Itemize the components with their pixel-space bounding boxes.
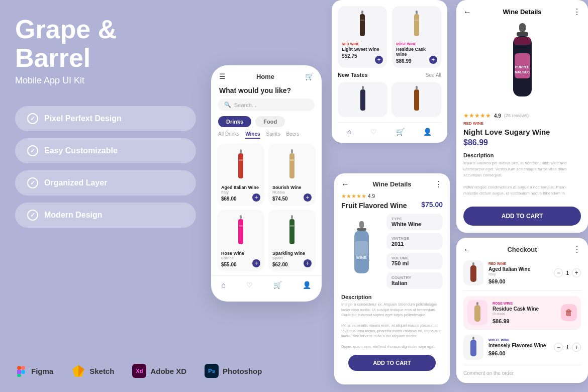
- qty-plus-button[interactable]: +: [572, 343, 581, 352]
- main-title: Grape & Barrel: [15, 15, 196, 72]
- nav-home-icon[interactable]: ⌂: [347, 128, 351, 136]
- qty-minus-button[interactable]: −: [554, 343, 563, 352]
- wine-list-section: RED WINE Light Sweet Wine $52.75 + ROSE …: [332, 0, 447, 147]
- product-card[interactable]: Sourish Wine Russia $74.50 +: [268, 144, 316, 206]
- photoshop-icon: Ps: [205, 364, 219, 378]
- spec-type: TYPE White Wine: [386, 214, 443, 230]
- nav-favorites-icon[interactable]: ♡: [246, 281, 253, 289]
- svg-rect-9: [238, 153, 243, 178]
- rating-value: 4.9: [368, 193, 375, 199]
- more-button[interactable]: ⋮: [573, 245, 581, 254]
- checkout-item-2: ROSE WINE Residue Cask Wine Russia $86.9…: [463, 296, 581, 330]
- svg-rect-44: [476, 302, 478, 305]
- wine-bottle-image: PURPLE MALBEC: [463, 22, 581, 107]
- product-name: Sourish Wine: [272, 185, 312, 190]
- nav-fav-icon[interactable]: ♡: [370, 128, 377, 136]
- svg-rect-25: [415, 20, 419, 21]
- feature-pixel: ✓ Pixel Perfext Design: [15, 106, 196, 131]
- wine-thumb-1[interactable]: [338, 82, 387, 117]
- wine-top-row: RED WINE Light Sweet Wine $52.75 + ROSE …: [338, 6, 441, 68]
- sub-tab-wines[interactable]: Wines: [245, 131, 260, 139]
- spec-type-value: White Wine: [391, 221, 438, 227]
- spec-vintage-label: VINTAGE: [391, 236, 438, 241]
- wine-bottle-detail: WINE: [341, 214, 381, 289]
- rating-count: (25 reviews): [504, 113, 529, 118]
- svg-rect-46: [472, 337, 474, 340]
- tool-adobexd: Xd Adobe XD: [132, 364, 186, 378]
- delete-button[interactable]: 🗑: [561, 304, 577, 321]
- search-bar[interactable]: 🔍 Search...: [218, 99, 315, 111]
- phone-nav: ⌂ ♡ 🛒 👤: [211, 275, 322, 293]
- svg-rect-11: [291, 149, 293, 153]
- nav-cart-icon[interactable]: 🛒: [273, 281, 282, 289]
- svg-rect-30: [359, 221, 364, 228]
- add-to-cart-button[interactable]: ADD TO CART: [348, 355, 436, 371]
- spec-volume-label: VOLUME: [391, 256, 438, 260]
- item-origin: Russia: [493, 312, 556, 316]
- back-button[interactable]: ←: [341, 180, 349, 189]
- new-tastes-title: New Tastes: [338, 72, 368, 78]
- add-button[interactable]: +: [252, 193, 260, 202]
- see-all-link[interactable]: See All: [426, 72, 441, 78]
- checkout-item-1: RED WINE Aged Italian Wine Italy $69.00 …: [463, 260, 581, 291]
- item-name: Aged Italian Wine: [488, 266, 549, 272]
- add-button[interactable]: +: [252, 259, 260, 267]
- more-button[interactable]: ⋮: [573, 7, 581, 17]
- nav-home-icon[interactable]: ⌂: [222, 281, 226, 289]
- add-button[interactable]: +: [429, 56, 437, 64]
- figma-icon: [15, 365, 27, 377]
- feature-layer: ✓ Organized Layer: [15, 170, 196, 195]
- wine-bottle-image: [342, 10, 383, 40]
- product-image: [221, 148, 260, 183]
- feature-label: Organized Layer: [44, 178, 107, 187]
- tab-group: Drinks Food: [218, 116, 315, 127]
- add-button[interactable]: +: [375, 56, 383, 64]
- svg-rect-42: [472, 262, 474, 265]
- add-button[interactable]: +: [304, 193, 312, 202]
- sub-tab-spirits[interactable]: Spirits: [266, 131, 280, 139]
- add-button[interactable]: +: [304, 259, 312, 267]
- more-button[interactable]: ⋮: [435, 179, 443, 189]
- checkout-item-info: WHITE WINE Intensely Flavored Wine $96.0…: [488, 338, 549, 356]
- sub-tab-beers[interactable]: Beers: [286, 131, 299, 139]
- wine-type-label: ROSE WINE: [396, 42, 437, 46]
- nav-profile-icon[interactable]: 👤: [423, 128, 432, 136]
- tab-food[interactable]: Food: [255, 116, 285, 127]
- search-placeholder: Search...: [234, 102, 256, 108]
- adobexd-icon: Xd: [132, 364, 146, 378]
- check-icon: ✓: [27, 145, 38, 156]
- detail-specs: TYPE White Wine VINTAGE 2011 VOLUME 750 …: [386, 214, 443, 289]
- far-right-column: ← Wine Details ⋮ PURPLE MALBEC ★★★★★ 4.9…: [456, 0, 588, 383]
- product-card[interactable]: Sparkling Wine Spain $62.00 +: [268, 210, 316, 271]
- hamburger-icon[interactable]: ☰: [219, 72, 226, 80]
- svg-rect-19: [290, 225, 294, 227]
- wine-type-label: RED WINE: [342, 42, 383, 46]
- spec-country-value: Italian: [391, 280, 438, 286]
- svg-rect-21: [360, 14, 365, 36]
- wine-item-rose[interactable]: ROSE WINE Residue Cask Wine $86.99 +: [392, 6, 441, 68]
- quantity-control: − 1 +: [554, 343, 581, 352]
- svg-text:MALBEC: MALBEC: [515, 70, 530, 74]
- product-card[interactable]: Aged Italian Wine Italy $69.00 +: [217, 144, 264, 206]
- tab-drinks[interactable]: Drinks: [218, 116, 251, 127]
- add-to-cart-button[interactable]: ADD TO CART: [463, 207, 581, 226]
- cart-icon[interactable]: 🛒: [305, 72, 314, 80]
- qty-minus-button[interactable]: −: [554, 268, 563, 277]
- nav-cart-icon[interactable]: 🛒: [396, 128, 405, 136]
- svg-rect-12: [289, 153, 295, 178]
- sub-tab-alldrinks[interactable]: All Drinks: [218, 131, 239, 139]
- left-section: Grape & Barrel Mobile App UI Kit ✓ Pixel…: [15, 15, 196, 253]
- svg-rect-45: [474, 305, 480, 322]
- wine-item-red[interactable]: RED WINE Light Sweet Wine $52.75 +: [338, 6, 387, 68]
- nav-profile-icon[interactable]: 👤: [303, 281, 311, 289]
- detail-content: ★★★★★ 4.9 Fruit Flavored Wine $75.00 WIN…: [334, 193, 450, 350]
- qty-plus-button[interactable]: +: [572, 268, 581, 277]
- wine-detail-small-screen: ← Wine Details ⋮ ★★★★★ 4.9 Fruit Flavore…: [334, 173, 450, 384]
- wine-thumb-row: [338, 82, 441, 117]
- back-button[interactable]: ←: [463, 8, 471, 17]
- back-button[interactable]: ←: [463, 245, 471, 254]
- wine-thumb-2[interactable]: [391, 82, 441, 117]
- products-grid: Aged Italian Wine Italy $69.00 + Sourish…: [211, 144, 322, 271]
- product-card[interactable]: Rose Wine France $55.00 +: [217, 210, 264, 271]
- quantity-control: − 1 +: [554, 268, 581, 277]
